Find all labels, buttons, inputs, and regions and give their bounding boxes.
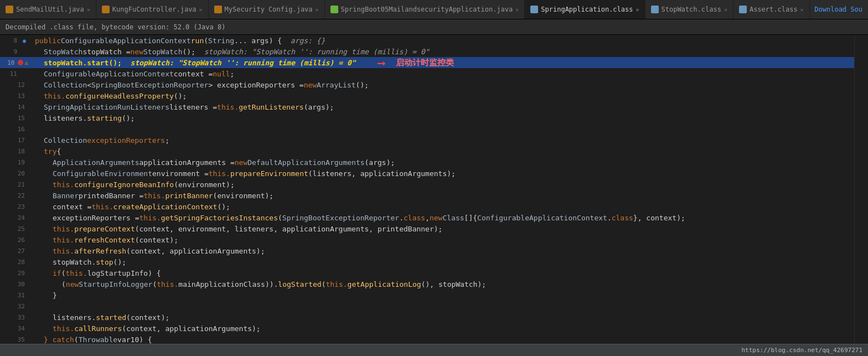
code-lines: public ConfigurableApplicationContext ru… <box>30 35 854 356</box>
gutter-line-24: 24 <box>0 212 30 223</box>
gutter-line-8: 8 ◉ <box>0 35 30 46</box>
breakpoint-dot <box>18 60 23 65</box>
close-icon[interactable]: ✕ <box>515 7 519 13</box>
code-line-33: listeners. started (context); <box>30 312 854 323</box>
bookmark-icon: ◉ <box>20 37 28 44</box>
code-line-25: this. prepareContext (context, environme… <box>30 223 854 234</box>
close-icon[interactable]: ✕ <box>87 7 90 13</box>
gutter-line-29: 29 <box>0 267 30 278</box>
gutter-line-15: 15 <box>0 112 30 123</box>
gutter-line-23: 23 <box>0 201 30 212</box>
tab-sendmail[interactable]: SendMailUtil.java ✕ <box>0 0 96 19</box>
close-icon[interactable]: ✕ <box>636 7 639 13</box>
gutter-line-11: 11 <box>0 68 30 79</box>
download-source-link[interactable]: Download Sou <box>810 6 868 13</box>
code-line-34: this. callRunners (context, applicationA… <box>30 323 854 334</box>
tab-label: KungFuController.java <box>112 6 197 13</box>
close-icon[interactable]: ✕ <box>800 7 804 13</box>
spring-icon <box>330 6 338 13</box>
code-line-23: context = this. createApplicationContext… <box>30 201 854 212</box>
gutter-line-9: 9 <box>0 46 30 57</box>
code-line-16 <box>30 123 854 135</box>
gutter-line-28: 28 <box>0 256 30 267</box>
code-line-22: Banner printedBanner = this. printBanner… <box>30 190 854 201</box>
gutter-line-18: 18 <box>0 146 30 157</box>
close-icon[interactable]: ✕ <box>316 7 319 13</box>
code-line-12: Collection < SpringBootExceptionReporter… <box>30 79 854 90</box>
code-line-9: StopWatch stopWatch = new StopWatch (); … <box>30 46 854 57</box>
code-line-20: ConfigurableEnvironment environment = th… <box>30 168 854 179</box>
code-line-27: this. afterRefresh (context, application… <box>30 245 854 256</box>
tab-mysecurity[interactable]: MySecurity Config.java ✕ <box>209 0 325 19</box>
gutter-line-17: 17 <box>0 135 30 146</box>
code-line-8: public ConfigurableApplicationContext ru… <box>30 35 854 46</box>
gutter-line-16: 16 <box>0 123 30 135</box>
code-line-30: ( new StartupInfoLogger ( this. mainAppl… <box>30 278 854 290</box>
gutter-line-21: 21 <box>0 179 30 190</box>
code-line-19: ApplicationArguments applicationArgument… <box>30 157 854 168</box>
gutter-line-27: 27 <box>0 245 30 256</box>
tab-label: SpringBoot05MailandsecurityApplication.j… <box>341 6 513 13</box>
gutter-line-14: 14 <box>0 101 30 112</box>
code-line-24: exceptionReporters = this. getSpringFact… <box>30 212 854 223</box>
code-line-10: stopWatch. start (); stopWatch: "StopWat… <box>30 57 854 68</box>
gutter-line-25: 25 <box>0 223 30 234</box>
code-line-14: SpringApplicationRunListeners listeners … <box>30 101 854 112</box>
gutter-line-12: 12 <box>0 79 30 90</box>
minimap <box>854 35 868 356</box>
gutter-line-34: 34 <box>0 323 30 334</box>
download-source-text[interactable]: Download Sou <box>814 6 862 13</box>
code-line-31: } <box>30 290 854 301</box>
tab-kungfu[interactable]: KungFuController.java ✕ <box>96 0 209 19</box>
status-url: https://blog.csdn.net/qq_42697271 <box>741 347 862 354</box>
code-line-35: } catch ( Throwable var10) { <box>30 334 854 345</box>
gutter-line-20: 20 <box>0 168 30 179</box>
gutter-line-35: 35 <box>0 334 30 345</box>
java-icon <box>102 6 110 13</box>
line-number-gutter: 8 ◉ 9 10 ⚠ 11 12 13 14 15 16 <box>0 35 30 356</box>
class-icon <box>530 6 538 13</box>
gutter-line-33: 33 <box>0 312 30 323</box>
code-line-29: if ( this. logStartupInfo) { <box>30 267 854 278</box>
decompiled-notice-text: Decompiled .class file, bytecode version… <box>6 23 225 31</box>
java-icon <box>6 6 13 13</box>
gutter-line-26: 26 <box>0 234 30 245</box>
code-line-28: stopWatch. stop (); <box>30 256 854 267</box>
decompile-notice-bar: Decompiled .class file, bytecode version… <box>0 19 868 35</box>
editor-container: 8 ◉ 9 10 ⚠ 11 12 13 14 15 16 <box>0 35 868 356</box>
gutter-line-31: 31 <box>0 290 30 301</box>
code-line-11: ConfigurableApplicationContext context =… <box>30 68 854 79</box>
class-icon <box>651 6 659 13</box>
code-line-13: this. configureHeadlessProperty (); <box>30 90 854 101</box>
tab-springapp-class[interactable]: SpringApplication.class ✕ <box>525 0 645 19</box>
tab-label: SpringApplication.class <box>541 6 633 13</box>
gutter-line-22: 22 <box>0 190 30 201</box>
java-icon <box>214 6 222 13</box>
gutter-line-13: 13 <box>0 90 30 101</box>
tab-label: SendMailUtil.java <box>16 6 84 13</box>
status-bar: https://blog.csdn.net/qq_42697271 <box>0 344 868 356</box>
close-icon[interactable]: ✕ <box>199 7 203 13</box>
code-line-32 <box>30 301 854 312</box>
tab-assert[interactable]: Assert.class ✕ <box>733 0 810 19</box>
tab-bar: SendMailUtil.java ✕ KungFuController.jav… <box>0 0 868 19</box>
code-line-21: this. configureIgnoreBeanInfo (environme… <box>30 179 854 190</box>
warning-icon: ⚠ <box>24 59 28 66</box>
tab-label: MySecurity Config.java <box>225 6 313 13</box>
tab-stopwatch[interactable]: StopWatch.class ✕ <box>645 0 733 19</box>
gutter-line-10: 10 ⚠ <box>0 57 30 68</box>
tab-springbootapp[interactable]: SpringBoot05MailandsecurityApplication.j… <box>325 0 525 19</box>
class-icon <box>739 6 747 13</box>
gutter-line-32: 32 <box>0 301 30 312</box>
gutter-line-30: 30 <box>0 278 30 290</box>
chinese-annotation: 启动计时监控类 <box>396 58 454 68</box>
tab-label: Assert.class <box>750 6 798 13</box>
code-line-18: try { <box>30 146 854 157</box>
code-line-15: listeners. starting (); <box>30 112 854 123</box>
code-line-26: this. refreshContext (context); <box>30 234 854 245</box>
close-icon[interactable]: ✕ <box>724 7 727 13</box>
red-arrow: ⟶ <box>378 56 385 69</box>
code-editor[interactable]: public ConfigurableApplicationContext ru… <box>30 35 854 356</box>
gutter-line-19: 19 <box>0 157 30 168</box>
code-line-17: Collection exceptionReporters ; <box>30 135 854 146</box>
